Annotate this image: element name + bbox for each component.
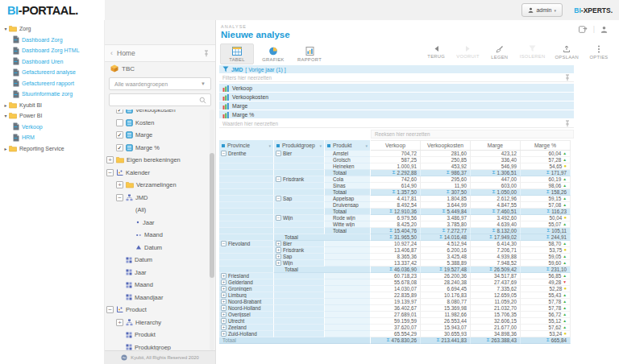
tree-expander-icon[interactable]: ▾ — [2, 26, 9, 31]
expand-toggle-icon[interactable]: + — [221, 331, 226, 337]
pivot-group-cell[interactable] — [274, 202, 325, 209]
pivot-province-cell[interactable]: +Utrecht — [219, 318, 274, 325]
pivot-group-cell[interactable]: −Bier — [274, 151, 325, 157]
filters-dropzone[interactable]: Filters hier neerzetten — [219, 73, 574, 82]
tab-tabel[interactable]: TABEL — [220, 43, 254, 64]
expand-toggle-icon[interactable]: + — [276, 254, 281, 259]
cube-selector[interactable]: TBC — [110, 64, 135, 72]
tree-item-jaar[interactable]: Jaar — [105, 267, 209, 279]
sort-caret-icon[interactable]: ▾ — [268, 143, 271, 148]
pivot-product-cell[interactable]: Grolsch — [325, 157, 371, 163]
sidebar-item-stuurinformatie-zorg[interactable]: Stuurinformatie zorg — [0, 89, 104, 100]
pivot-header-produktgroep[interactable]: Produktgroep▾ — [274, 140, 325, 151]
tree-expand-icon[interactable]: + — [116, 319, 123, 326]
checkbox[interactable]: ✓ — [116, 131, 123, 139]
search-input[interactable] — [114, 97, 199, 104]
pivot-group-cell[interactable]: −Wijn — [274, 215, 325, 221]
pivot-product-cell[interactable]: Rode wijn — [325, 215, 371, 221]
filter-dimension[interactable]: JMD — [231, 67, 243, 72]
tree-item-produkt[interactable]: Produkt — [105, 329, 209, 341]
tree-item-hierarchy[interactable]: +Hierarchy — [105, 316, 209, 329]
checkbox[interactable]: ✓ — [116, 110, 123, 114]
collapse-panel-icon[interactable]: ‹ — [110, 49, 113, 57]
pivot-province-cell[interactable] — [219, 267, 274, 273]
pivot-province-cell[interactable] — [219, 183, 274, 189]
tree-expand-icon[interactable]: − — [106, 306, 114, 313]
pivot-group-cell[interactable]: +Wijn — [274, 260, 325, 267]
pivot-province-cell[interactable]: +Gelderland — [219, 279, 274, 286]
pivot-group-cell[interactable] — [274, 305, 325, 312]
pivot-product-cell[interactable]: Totaal — [325, 170, 371, 176]
pivot-group-cell[interactable] — [274, 157, 325, 163]
sidebar-item-verkoop[interactable]: Verkoop — [0, 122, 104, 133]
pivot-province-cell[interactable]: +Zuid-Holland — [219, 331, 274, 337]
sidebar-item-hrm[interactable]: HRM — [0, 132, 104, 143]
tree-scrollbar[interactable] — [210, 110, 214, 350]
pivot-product-cell[interactable] — [325, 305, 371, 312]
pivot-province-cell[interactable] — [219, 157, 274, 163]
pivot-group-total-cell[interactable]: Totaal — [274, 267, 371, 273]
sort-caret-icon[interactable]: ▾ — [365, 143, 368, 148]
toolbar-legen-button[interactable]: LEGEN — [489, 45, 510, 60]
tree-item-marge[interactable]: ✓Marge % — [105, 142, 209, 155]
measure-row-verkoopkosten[interactable]: Verkoopkosten — [219, 93, 574, 101]
tree-item-verzamelingen[interactable]: +Verzamelingen — [105, 179, 209, 192]
pivot-product-cell[interactable]: Druivensap — [325, 202, 371, 209]
tree-item-verkoopkosten[interactable]: ✓Verkoopkosten — [105, 110, 209, 117]
pivot-product-cell[interactable]: Totaal — [325, 189, 371, 196]
pivot-group-cell[interactable] — [274, 331, 325, 337]
pivot-group-cell[interactable] — [274, 318, 325, 325]
pivot-product-cell[interactable]: Witte wijn — [325, 221, 371, 228]
export-icon[interactable] — [579, 25, 588, 33]
pivot-group-cell[interactable] — [274, 170, 325, 176]
tree-item-kalender[interactable]: −Kalender — [105, 167, 209, 180]
expand-toggle-icon[interactable]: + — [221, 325, 226, 330]
tree-expand-icon[interactable]: − — [116, 194, 123, 201]
series-dropzone[interactable]: Reeksen hier neerzetten — [219, 130, 574, 139]
pivot-product-cell[interactable] — [325, 312, 371, 318]
pivot-header-verkoop[interactable]: Verkoop — [371, 140, 421, 151]
pivot-province-cell[interactable] — [219, 221, 274, 228]
sidebar-item-gefactureerd-analyse[interactable]: Gefactureerd analyse — [0, 67, 104, 78]
sidebar-item-gefactureerd-rapport[interactable]: Gefactureerd rapport — [0, 78, 104, 89]
pivot-province-cell[interactable]: +Limburg — [219, 292, 274, 299]
sidebar-item-dashboard-zorg[interactable]: Dashboard Zorg — [0, 35, 104, 46]
pivot-product-cell[interactable] — [325, 286, 371, 292]
measure-group-dropdown[interactable]: Alle waardengroepen ▼ — [109, 77, 211, 90]
pivot-header-provincie[interactable]: Provincie▾ — [219, 140, 274, 151]
pivot-product-cell[interactable] — [325, 299, 371, 305]
tree-expand-icon[interactable]: + — [116, 181, 123, 188]
expand-toggle-icon[interactable]: − — [221, 241, 226, 246]
tab-rapport[interactable]: RAPPORT — [293, 43, 326, 64]
checkbox[interactable]: ✓ — [116, 144, 123, 151]
expand-toggle-icon[interactable]: + — [221, 292, 226, 298]
expand-toggle-icon[interactable]: − — [276, 176, 281, 182]
pivot-grand-total-label[interactable]: Totaal — [219, 337, 371, 344]
toolbar-opties-button[interactable]: OPTIES — [588, 45, 609, 60]
expand-toggle-icon[interactable]: + — [276, 247, 281, 253]
pivot-province-cell[interactable] — [219, 163, 274, 170]
pivot-product-cell[interactable] — [325, 260, 371, 267]
pivot-province-cell[interactable]: −Flevoland — [219, 241, 274, 247]
expand-toggle-icon[interactable]: − — [276, 215, 281, 221]
pivot-header-marge[interactable]: Marge — [471, 140, 521, 151]
pivot-product-cell[interactable]: Heineken — [325, 163, 371, 170]
user-icon[interactable] — [600, 26, 608, 33]
admin-menu-button[interactable]: admin ▾ — [521, 3, 563, 17]
values-dropzone[interactable]: Waarden hier neerzetten — [219, 119, 574, 128]
pivot-product-cell[interactable] — [325, 241, 371, 247]
expand-toggle-icon[interactable]: − — [276, 196, 281, 201]
expand-toggle-icon[interactable]: + — [276, 241, 281, 246]
tree-expand-icon[interactable]: + — [106, 156, 114, 163]
pivot-group-cell[interactable]: +Bier — [274, 241, 325, 247]
pivot-product-cell[interactable] — [325, 331, 371, 337]
pivot-group-cell[interactable] — [274, 189, 325, 196]
pivot-province-cell[interactable] — [219, 254, 274, 260]
pivot-province-cell[interactable] — [219, 247, 274, 254]
tree-item-jaar[interactable]: Jaar — [105, 217, 209, 230]
pivot-product-cell[interactable]: Cola — [325, 176, 371, 183]
pivot-group-cell[interactable] — [274, 325, 325, 331]
pivot-product-cell[interactable] — [325, 325, 371, 331]
pivot-product-cell[interactable] — [325, 279, 371, 286]
pivot-group-cell[interactable] — [274, 221, 325, 228]
